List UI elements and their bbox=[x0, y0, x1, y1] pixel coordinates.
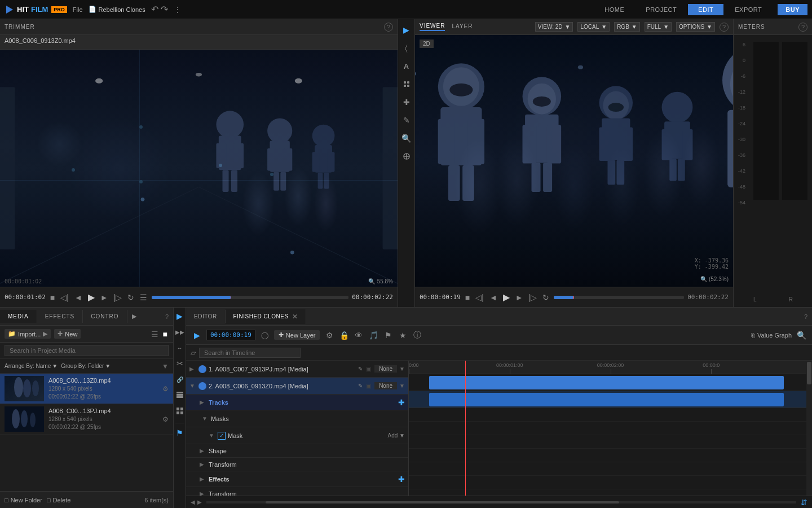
local-mode-select[interactable]: LOCAL ▼ bbox=[577, 22, 610, 32]
expand-btn[interactable]: ▶ bbox=[189, 366, 196, 372]
tracks-expand[interactable]: ▶ bbox=[200, 399, 206, 405]
track-pencil[interactable]: ✎ bbox=[358, 366, 363, 372]
visibility-toggle[interactable] bbox=[198, 382, 206, 390]
viewer-play-btn[interactable]: ▶ bbox=[502, 291, 511, 304]
track-row[interactable]: ▼ 2. A008_C006_0913Z0.mp4 [Media] ✎ ▣ No… bbox=[186, 378, 408, 395]
viewer-step-back-btn[interactable]: ◄ bbox=[488, 292, 498, 303]
track-dropdown[interactable]: ▼ bbox=[399, 366, 405, 372]
more-btn[interactable]: ☰ bbox=[139, 292, 148, 303]
mask-expand[interactable]: ▼ bbox=[209, 432, 215, 439]
timeline-clip[interactable] bbox=[429, 376, 784, 389]
media-help[interactable]: ? bbox=[161, 310, 173, 323]
shape-expand[interactable]: ▶ bbox=[200, 448, 206, 454]
new-folder-btn[interactable]: □ New Folder bbox=[5, 497, 42, 503]
pen-tool[interactable]: ✎ bbox=[400, 114, 413, 126]
transform-row[interactable]: ▶ Transform bbox=[186, 458, 408, 471]
editor-grid-rows2[interactable] bbox=[174, 405, 186, 417]
new-layer-btn[interactable]: ✚ New Layer bbox=[274, 330, 320, 340]
play-btn[interactable]: ▶ bbox=[87, 291, 96, 304]
timeline-track-row[interactable] bbox=[409, 391, 812, 408]
masks-section[interactable]: ▼ Masks bbox=[186, 410, 408, 427]
zoom-viewer-btn[interactable]: 🔍 bbox=[400, 132, 413, 144]
transform-tool[interactable]: ✚ bbox=[400, 96, 413, 108]
media-settings-btn[interactable]: ⚙ bbox=[162, 385, 169, 393]
tab-media[interactable]: MEDIA bbox=[0, 310, 37, 323]
shape-row[interactable]: ▶ Shape bbox=[186, 444, 408, 458]
viewer-loop-btn[interactable]: ↻ bbox=[541, 292, 550, 303]
text-tool[interactable]: A bbox=[400, 60, 413, 72]
track-mode[interactable]: None bbox=[374, 382, 397, 389]
tl-audio-btn[interactable]: 🎵 bbox=[367, 329, 379, 341]
file-menu[interactable]: File bbox=[73, 6, 83, 13]
tl-camera-btn[interactable]: ⚙ bbox=[323, 329, 336, 341]
options-select[interactable]: OPTIONS ▼ bbox=[676, 22, 715, 32]
timeline-search-input[interactable] bbox=[199, 348, 301, 358]
timeline-scrollbar[interactable] bbox=[806, 361, 812, 496]
in-point-btn[interactable]: ■ bbox=[49, 292, 56, 303]
import-button[interactable]: 📁 Import... ▶ bbox=[5, 329, 51, 339]
tl-flag-btn[interactable]: ⚑ bbox=[382, 329, 394, 341]
undo-button[interactable]: ↶ bbox=[151, 4, 158, 15]
tab-edit[interactable]: EDIT bbox=[688, 4, 723, 15]
track-dropdown[interactable]: ▼ bbox=[399, 383, 405, 389]
grid-view-btn[interactable]: ■ bbox=[162, 329, 169, 340]
mask-checkbox[interactable]: ✓ bbox=[218, 432, 226, 440]
viewer-in-btn[interactable]: ■ bbox=[464, 292, 471, 303]
media-settings-btn[interactable]: ⚙ bbox=[162, 415, 169, 423]
viewer-next-btn[interactable]: |▷ bbox=[528, 292, 539, 303]
timeline-content[interactable]: 00:00:00 00:00:01:00 00:00:02:00 00:00:0 bbox=[409, 361, 812, 496]
timeline-clip[interactable] bbox=[429, 393, 784, 406]
expand-btn[interactable]: ▼ bbox=[189, 383, 196, 389]
tl-nav-right[interactable]: ▶ bbox=[197, 499, 202, 505]
scroll-thumb[interactable] bbox=[807, 362, 811, 384]
et-expand[interactable]: ▶ bbox=[200, 491, 206, 496]
grid-button[interactable]: ⋮ bbox=[174, 5, 182, 14]
viewer-timeline[interactable] bbox=[554, 296, 684, 299]
viewer-prev-btn[interactable]: ◁| bbox=[474, 292, 485, 303]
editor-help[interactable]: ? bbox=[800, 310, 812, 323]
hand-tool[interactable]: 〈 bbox=[400, 42, 413, 54]
snap-btn[interactable]: ◯ bbox=[259, 330, 271, 340]
grid-viewer-btn[interactable] bbox=[400, 150, 413, 163]
tl-eye-btn[interactable]: 👁 bbox=[352, 329, 365, 341]
meters-help[interactable]: ? bbox=[798, 23, 807, 32]
effects-section[interactable]: ▶ Effects ✚ bbox=[186, 471, 408, 487]
node-tool[interactable] bbox=[400, 78, 413, 90]
editor-ripple-tool[interactable]: ▶▶ bbox=[174, 326, 186, 338]
media-item[interactable]: A008_C00...13Z0.mp4 1280 x 540 pixels 00… bbox=[0, 374, 173, 404]
list-view-btn[interactable]: ☰ bbox=[150, 329, 160, 340]
group-select[interactable]: Group By: Folder ▼ bbox=[61, 363, 111, 369]
effect-transform-row[interactable]: ▶ Transform bbox=[186, 487, 408, 496]
color-mode-select[interactable]: RGB ▼ bbox=[614, 22, 640, 32]
redo-button[interactable]: ↷ bbox=[161, 4, 168, 15]
tracks-section[interactable]: ▶ Tracks ✚ bbox=[186, 395, 408, 410]
trimmer-timeline[interactable] bbox=[152, 296, 348, 299]
effects-add-btn[interactable]: ✚ bbox=[398, 475, 405, 484]
loop-btn[interactable]: ↻ bbox=[126, 292, 135, 303]
transform-expand[interactable]: ▶ bbox=[200, 461, 206, 467]
step-back-btn[interactable]: ◄ bbox=[73, 292, 83, 303]
tab-viewer[interactable]: VIEWER bbox=[420, 23, 445, 31]
sort-btn[interactable]: ▼ bbox=[162, 362, 169, 370]
tab-finished-clones[interactable]: FINISHED CLONES ✕ bbox=[226, 309, 307, 324]
media-search-input[interactable] bbox=[5, 345, 169, 356]
prev-edit-btn[interactable]: ◁| bbox=[59, 292, 70, 303]
tl-scroll-h[interactable] bbox=[206, 501, 796, 503]
visibility-toggle[interactable] bbox=[198, 365, 206, 373]
editor-select-tool[interactable]: ▶ bbox=[174, 310, 186, 322]
viewer-help[interactable]: ? bbox=[720, 23, 729, 32]
media-item[interactable]: A008_C00...13PJ.mp4 1280 x 540 pixels 00… bbox=[0, 404, 173, 435]
tl-zoom-fit[interactable]: ⇵ bbox=[801, 498, 807, 507]
tl-lock-btn[interactable]: 🔒 bbox=[338, 329, 350, 341]
track-row[interactable]: ▶ 1. A008_C007_0913PJ.mp4 [Media] ✎ ▣ No… bbox=[186, 361, 408, 378]
tl-nav-left[interactable]: ◀ bbox=[191, 499, 195, 505]
new-button[interactable]: ✚ New bbox=[54, 329, 81, 339]
tl-info-btn[interactable]: ⓘ bbox=[411, 329, 423, 341]
track-pencil[interactable]: ✎ bbox=[358, 383, 363, 389]
tab-project[interactable]: PROJECT bbox=[636, 4, 687, 15]
effects-expand[interactable]: ▶ bbox=[200, 476, 206, 482]
editor-link-tool[interactable]: 🔗 bbox=[174, 373, 186, 386]
full-mode-select[interactable]: FULL ▼ bbox=[645, 22, 672, 32]
tab-effects[interactable]: EFFECTS bbox=[37, 310, 83, 323]
tab-editor[interactable]: EDITOR bbox=[186, 310, 226, 323]
